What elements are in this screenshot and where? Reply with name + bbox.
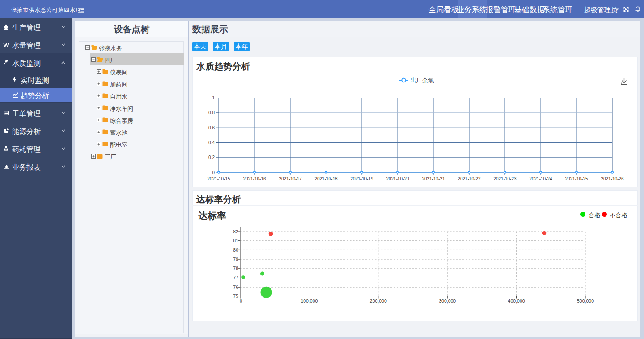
svg-text:2021-10-19: 2021-10-19 <box>350 176 373 181</box>
svg-text:2021-10-20: 2021-10-20 <box>386 176 409 181</box>
svg-text:2021-10-18: 2021-10-18 <box>314 176 338 181</box>
svg-text:80: 80 <box>233 247 238 253</box>
svg-text:75: 75 <box>233 293 238 299</box>
svg-text:1: 1 <box>212 95 215 100</box>
svg-text:0.2: 0.2 <box>208 155 215 160</box>
svg-text:0: 0 <box>212 170 215 175</box>
svg-text:2021-10-16: 2021-10-16 <box>243 176 266 181</box>
svg-text:81: 81 <box>233 238 238 243</box>
svg-text:79: 79 <box>233 257 238 262</box>
svg-text:77: 77 <box>233 275 238 280</box>
svg-text:2021-10-22: 2021-10-22 <box>458 176 481 181</box>
svg-text:82: 82 <box>233 229 238 234</box>
svg-text:200,000: 200,000 <box>370 298 387 304</box>
svg-text:2021-10-15: 2021-10-15 <box>207 176 230 181</box>
svg-text:0.4: 0.4 <box>208 140 215 145</box>
svg-text:76: 76 <box>233 284 238 290</box>
svg-text:400,000: 400,000 <box>508 298 525 304</box>
svg-text:100,000: 100,000 <box>301 298 318 304</box>
svg-text:2021-10-21: 2021-10-21 <box>422 176 445 181</box>
svg-text:2021-10-25: 2021-10-25 <box>565 176 588 181</box>
svg-text:78: 78 <box>233 266 238 271</box>
svg-text:0: 0 <box>240 298 242 304</box>
svg-text:0.6: 0.6 <box>208 125 215 130</box>
svg-text:2021-10-23: 2021-10-23 <box>493 176 517 181</box>
svg-text:500,000: 500,000 <box>577 298 594 304</box>
svg-text:0.8: 0.8 <box>208 110 215 115</box>
svg-text:出厂余氯: 出厂余氯 <box>411 77 434 84</box>
svg-text:2021-10-17: 2021-10-17 <box>279 176 302 181</box>
svg-text:300,000: 300,000 <box>439 298 456 304</box>
svg-text:2021-10-26: 2021-10-26 <box>601 176 624 181</box>
svg-text:2021-10-24: 2021-10-24 <box>529 176 552 181</box>
